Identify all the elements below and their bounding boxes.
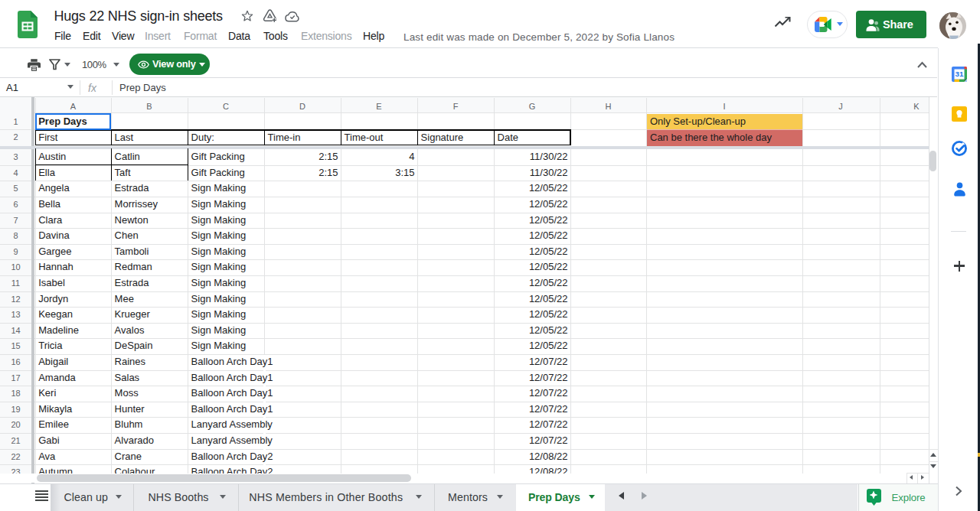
- svg-text:31: 31: [956, 70, 964, 78]
